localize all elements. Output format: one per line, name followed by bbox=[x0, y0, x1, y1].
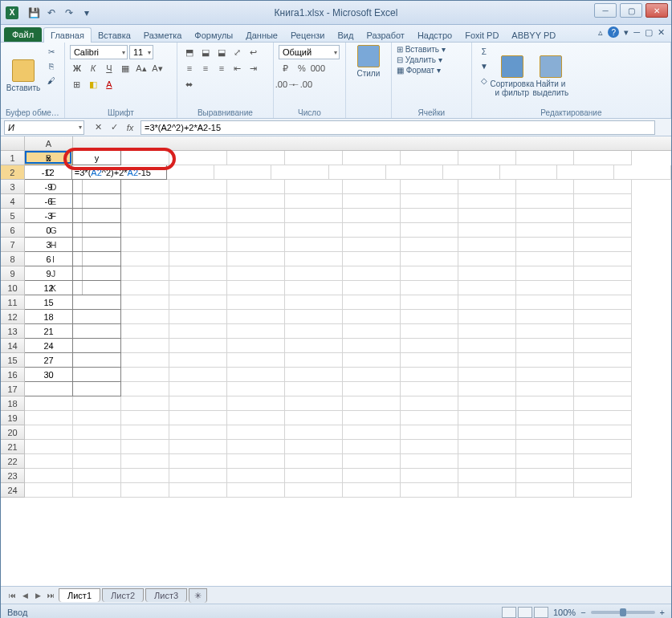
cell[interactable] bbox=[401, 209, 458, 223]
cell[interactable] bbox=[343, 440, 401, 454]
border-button[interactable]: ▦ bbox=[118, 61, 132, 75]
cell[interactable] bbox=[227, 180, 285, 194]
cell[interactable] bbox=[73, 194, 121, 209]
cell[interactable] bbox=[121, 310, 169, 324]
cell[interactable] bbox=[458, 469, 516, 483]
cell[interactable] bbox=[401, 368, 458, 382]
cell[interactable] bbox=[458, 209, 516, 223]
ribbon-tab-5[interactable]: Рецензи bbox=[284, 28, 332, 43]
cell[interactable] bbox=[121, 368, 169, 382]
cell[interactable] bbox=[401, 238, 458, 252]
cell[interactable]: 27 bbox=[25, 353, 73, 368]
cell[interactable] bbox=[574, 223, 632, 238]
cell[interactable] bbox=[227, 396, 285, 411]
cell[interactable] bbox=[214, 165, 271, 180]
cell[interactable] bbox=[574, 339, 632, 353]
cell[interactable] bbox=[574, 252, 632, 266]
border-dropdown[interactable]: ⊞ bbox=[70, 77, 84, 91]
cell[interactable]: 0 bbox=[25, 223, 73, 238]
cell[interactable] bbox=[285, 281, 343, 295]
cell[interactable] bbox=[285, 339, 343, 353]
copy-button[interactable]: ⎘ bbox=[44, 59, 59, 72]
enter-formula-button[interactable]: ✓ bbox=[107, 120, 121, 135]
paste-button[interactable]: Вставить bbox=[6, 45, 41, 107]
cell[interactable] bbox=[169, 281, 227, 295]
cell[interactable] bbox=[516, 454, 574, 469]
cell[interactable] bbox=[401, 310, 458, 324]
cell[interactable] bbox=[516, 180, 574, 194]
cell[interactable] bbox=[285, 266, 343, 281]
cell[interactable] bbox=[73, 396, 121, 411]
cell[interactable] bbox=[574, 454, 632, 469]
cell[interactable]: 6 bbox=[25, 252, 73, 266]
cell[interactable] bbox=[227, 223, 285, 238]
cell[interactable] bbox=[285, 295, 343, 310]
cell[interactable] bbox=[614, 165, 671, 180]
row-header[interactable]: 8 bbox=[1, 252, 25, 266]
insert-cells-button[interactable]: ⊞ Вставить ▾ bbox=[397, 45, 466, 54]
cell[interactable] bbox=[169, 238, 227, 252]
cell[interactable] bbox=[73, 238, 121, 252]
find-select-button[interactable]: Найти и выделить bbox=[533, 45, 568, 107]
cell[interactable] bbox=[121, 266, 169, 281]
cell[interactable] bbox=[401, 223, 458, 238]
last-sheet-button[interactable]: ⏭ bbox=[44, 589, 57, 602]
cell[interactable] bbox=[73, 368, 121, 382]
ribbon-tab-9[interactable]: Foxit PD bbox=[458, 28, 505, 43]
cell[interactable] bbox=[169, 295, 227, 310]
cell[interactable] bbox=[516, 440, 574, 454]
cell[interactable] bbox=[516, 295, 574, 310]
cell[interactable] bbox=[516, 209, 574, 223]
minimize-button[interactable]: ─ bbox=[594, 3, 617, 18]
ribbon-tab-7[interactable]: Разработ bbox=[360, 28, 410, 43]
cell[interactable] bbox=[343, 209, 401, 223]
cell[interactable] bbox=[285, 238, 343, 252]
close-button[interactable]: ✕ bbox=[646, 3, 668, 18]
cell[interactable] bbox=[227, 238, 285, 252]
cell[interactable] bbox=[516, 324, 574, 339]
ribbon-tab-3[interactable]: Формулы bbox=[188, 28, 239, 43]
cell[interactable] bbox=[285, 180, 343, 194]
cell[interactable] bbox=[227, 324, 285, 339]
fill-icon[interactable]: ▼ bbox=[477, 59, 491, 72]
ribbon-tab-4[interactable]: Данные bbox=[239, 28, 284, 43]
cell[interactable] bbox=[574, 324, 632, 339]
page-layout-view-button[interactable] bbox=[518, 607, 532, 618]
cell[interactable] bbox=[73, 281, 121, 295]
cell[interactable] bbox=[227, 295, 285, 310]
align-middle-icon[interactable]: ⬓ bbox=[198, 45, 213, 59]
cell[interactable] bbox=[343, 483, 401, 498]
cell[interactable] bbox=[169, 209, 227, 223]
cell[interactable] bbox=[121, 223, 169, 238]
cell[interactable] bbox=[343, 281, 401, 295]
cell[interactable] bbox=[574, 310, 632, 324]
cell[interactable] bbox=[121, 483, 169, 498]
row-header[interactable]: 1 bbox=[1, 151, 25, 165]
cell[interactable]: 30 bbox=[25, 368, 73, 382]
doc-minimize-icon[interactable]: ─ bbox=[633, 27, 640, 37]
cell[interactable]: 15 bbox=[25, 295, 73, 310]
cell[interactable] bbox=[73, 425, 121, 440]
row-header[interactable]: 10 bbox=[1, 281, 25, 295]
spreadsheet-grid[interactable]: ABCDEFGHIJK 1xy2-12=3*(A2^2)+2*A2-153-94… bbox=[1, 136, 671, 586]
font-size-combo[interactable]: 11 bbox=[129, 45, 153, 59]
cell[interactable] bbox=[227, 252, 285, 266]
font-name-combo[interactable]: Calibri bbox=[70, 45, 128, 59]
cell[interactable] bbox=[25, 469, 73, 483]
cell[interactable] bbox=[121, 339, 169, 353]
row-header[interactable]: 17 bbox=[1, 382, 25, 396]
cell[interactable] bbox=[458, 252, 516, 266]
cell[interactable] bbox=[25, 396, 73, 411]
cell[interactable] bbox=[121, 252, 169, 266]
cell[interactable] bbox=[121, 454, 169, 469]
cell[interactable] bbox=[343, 324, 401, 339]
row-header[interactable]: 24 bbox=[1, 483, 25, 498]
cell[interactable] bbox=[73, 223, 121, 238]
row-header[interactable]: 11 bbox=[1, 295, 25, 310]
cell[interactable] bbox=[516, 411, 574, 425]
cell[interactable] bbox=[458, 483, 516, 498]
ribbon-tab-0[interactable]: Главная bbox=[43, 27, 92, 43]
cell[interactable] bbox=[401, 194, 458, 209]
row-header[interactable]: 6 bbox=[1, 223, 25, 238]
cell[interactable] bbox=[574, 368, 632, 382]
